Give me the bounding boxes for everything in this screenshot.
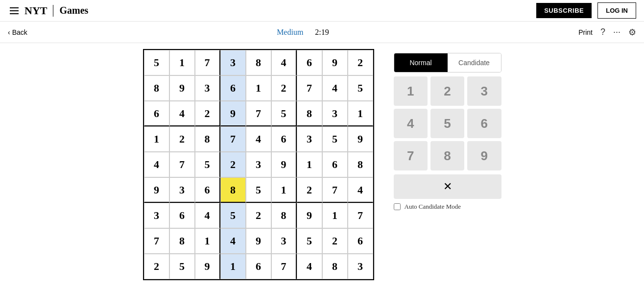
sudoku-cell[interactable]: 9 [297, 203, 322, 228]
number-7-button[interactable]: 7 [394, 141, 428, 170]
sudoku-cell[interactable]: 5 [348, 75, 373, 101]
delete-button[interactable]: ✕ [394, 174, 501, 199]
sudoku-cell[interactable]: 2 [220, 152, 246, 177]
back-button[interactable]: ‹ Back [8, 28, 27, 36]
settings-button[interactable]: ⚙ [628, 27, 636, 38]
number-1-button[interactable]: 1 [394, 76, 428, 106]
sudoku-cell[interactable]: 1 [348, 101, 373, 126]
sudoku-cell[interactable]: 3 [271, 228, 297, 254]
login-button[interactable]: LOG IN [597, 2, 636, 19]
sudoku-cell[interactable]: 3 [322, 101, 348, 126]
sudoku-cell[interactable]: 7 [322, 177, 348, 203]
sudoku-cell[interactable]: 4 [322, 75, 348, 101]
sudoku-cell[interactable]: 6 [246, 254, 271, 279]
sudoku-cell[interactable]: 7 [169, 152, 195, 177]
sudoku-cell[interactable]: 6 [348, 228, 373, 254]
sudoku-cell[interactable]: 1 [246, 75, 271, 101]
sudoku-cell[interactable]: 2 [195, 101, 220, 126]
sudoku-cell[interactable]: 1 [195, 228, 220, 254]
help-button[interactable]: ? [600, 27, 605, 37]
sudoku-cell[interactable]: 2 [322, 228, 348, 254]
sudoku-cell[interactable]: 7 [195, 50, 220, 75]
sudoku-cell[interactable]: 3 [297, 126, 322, 152]
sudoku-cell[interactable]: 8 [348, 152, 373, 177]
sudoku-cell[interactable]: 7 [348, 203, 373, 228]
sudoku-cell[interactable]: 4 [169, 101, 195, 126]
number-5-button[interactable]: 5 [430, 109, 464, 138]
sudoku-cell[interactable]: 9 [169, 75, 195, 101]
sudoku-cell[interactable]: 1 [169, 50, 195, 75]
sudoku-cell[interactable]: 9 [220, 101, 246, 126]
sudoku-cell[interactable]: 3 [220, 50, 246, 75]
sudoku-cell[interactable]: 5 [195, 152, 220, 177]
subscribe-button[interactable]: SUBSCRIBE [536, 3, 592, 18]
candidate-mode-button[interactable]: Candidate [448, 53, 501, 72]
sudoku-cell[interactable]: 9 [246, 228, 271, 254]
sudoku-cell[interactable]: 8 [195, 126, 220, 152]
sudoku-cell[interactable]: 5 [246, 177, 271, 203]
sudoku-cell[interactable]: 8 [144, 75, 169, 101]
sudoku-cell[interactable]: 4 [348, 177, 373, 203]
sudoku-cell[interactable]: 3 [246, 152, 271, 177]
sudoku-cell[interactable]: 5 [169, 254, 195, 279]
sudoku-cell[interactable]: 9 [322, 50, 348, 75]
sudoku-cell[interactable]: 6 [220, 75, 246, 101]
sudoku-cell[interactable]: 5 [297, 228, 322, 254]
number-8-button[interactable]: 8 [430, 141, 464, 170]
sudoku-cell[interactable]: 6 [144, 101, 169, 126]
number-6-button[interactable]: 6 [467, 109, 501, 138]
sudoku-cell[interactable]: 9 [348, 126, 373, 152]
sudoku-cell[interactable]: 5 [322, 126, 348, 152]
sudoku-cell[interactable]: 8 [220, 177, 246, 203]
sudoku-cell[interactable]: 6 [195, 177, 220, 203]
sudoku-cell[interactable]: 4 [195, 203, 220, 228]
sudoku-cell[interactable]: 5 [271, 101, 297, 126]
auto-candidate-checkbox[interactable] [394, 203, 401, 210]
sudoku-cell[interactable]: 4 [271, 50, 297, 75]
more-options-button[interactable]: ··· [613, 27, 620, 37]
sudoku-cell[interactable]: 6 [271, 126, 297, 152]
sudoku-cell[interactable]: 4 [297, 254, 322, 279]
sudoku-cell[interactable]: 4 [144, 152, 169, 177]
number-3-button[interactable]: 3 [467, 76, 501, 106]
sudoku-cell[interactable]: 3 [348, 254, 373, 279]
sudoku-cell[interactable]: 2 [297, 177, 322, 203]
sudoku-cell[interactable]: 1 [297, 152, 322, 177]
sudoku-cell[interactable]: 2 [144, 254, 169, 279]
sudoku-cell[interactable]: 8 [246, 50, 271, 75]
sudoku-cell[interactable]: 7 [220, 126, 246, 152]
sudoku-cell[interactable]: 7 [144, 228, 169, 254]
sudoku-cell[interactable]: 1 [220, 254, 246, 279]
sudoku-cell[interactable]: 6 [297, 50, 322, 75]
sudoku-cell[interactable]: 6 [169, 203, 195, 228]
sudoku-cell[interactable]: 5 [144, 50, 169, 75]
sudoku-cell[interactable]: 3 [144, 203, 169, 228]
sudoku-cell[interactable]: 1 [271, 177, 297, 203]
sudoku-cell[interactable]: 2 [246, 203, 271, 228]
sudoku-cell[interactable]: 8 [322, 254, 348, 279]
number-9-button[interactable]: 9 [467, 141, 501, 170]
sudoku-cell[interactable]: 3 [169, 177, 195, 203]
sudoku-cell[interactable]: 2 [169, 126, 195, 152]
sudoku-cell[interactable]: 7 [246, 101, 271, 126]
sudoku-cell[interactable]: 2 [271, 75, 297, 101]
sudoku-cell[interactable]: 6 [322, 152, 348, 177]
sudoku-cell[interactable]: 9 [271, 152, 297, 177]
sudoku-cell[interactable]: 8 [169, 228, 195, 254]
number-4-button[interactable]: 4 [394, 109, 428, 138]
print-button[interactable]: Print [578, 28, 593, 36]
sudoku-cell[interactable]: 2 [348, 50, 373, 75]
sudoku-cell[interactable]: 4 [246, 126, 271, 152]
number-2-button[interactable]: 2 [430, 76, 464, 106]
normal-mode-button[interactable]: Normal [394, 53, 448, 72]
sudoku-cell[interactable]: 1 [322, 203, 348, 228]
sudoku-cell[interactable]: 7 [297, 75, 322, 101]
sudoku-cell[interactable]: 9 [144, 177, 169, 203]
sudoku-cell[interactable]: 8 [297, 101, 322, 126]
hamburger-menu[interactable] [8, 5, 21, 16]
sudoku-cell[interactable]: 5 [220, 203, 246, 228]
sudoku-cell[interactable]: 1 [144, 126, 169, 152]
sudoku-cell[interactable]: 4 [220, 228, 246, 254]
sudoku-cell[interactable]: 7 [271, 254, 297, 279]
sudoku-cell[interactable]: 3 [195, 75, 220, 101]
